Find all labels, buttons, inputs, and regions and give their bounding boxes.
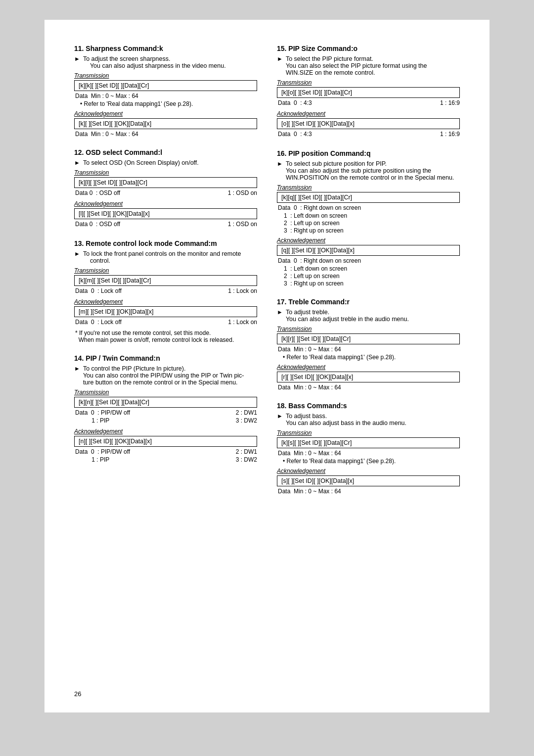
section-14-ack-data-row-2: 1 : PIP 3 : DW2 [74,456,257,464]
section-11-ack-code: [k][ ][Set ID][ ][OK][Data][x] [74,118,257,129]
section-14-ack-data-2a: 1 : PIP [74,456,109,463]
section-15-ack-label: Acknowledgement [277,110,460,117]
section-14-transmission-code: [k][n][ ][Set ID][ ][Data][Cr] [74,397,257,408]
section-12-trans-data-2: 1 : OSD on [227,189,257,196]
section-14-ack-data-1b: 2 : DW1 [235,448,257,455]
section-17-trans-note: • Refer to 'Real data mapping1' (See p.2… [277,354,460,361]
section-15-ack-code: [o][ ][Set ID][ ][OK][Data][x] [277,118,460,129]
section-11-title: 11. Sharpness Command:k [74,45,257,52]
section-12-bullet-1: ► To select OSD (On Screen Display) on/o… [74,159,257,166]
section-16: 16. PIP position Command:q ► To select s… [277,149,460,287]
section-13-note: * If you're not use the remote control, … [74,330,257,343]
section-17-ack-data-1: Data Min : 0 ~ Max : 64 [277,384,460,391]
section-17-trans-data-1: Data Min : 0 ~ Max : 64 [277,346,460,353]
section-12-trans-data-1: Data 0 : OSD off [74,189,120,196]
section-13-bullet-1: ► To lock the front panel controls on th… [74,250,257,264]
section-15-ack-data-row: Data 0 : 4:3 1 : 16:9 [277,131,460,139]
section-11-transmission-label: Transmission [74,72,257,79]
section-13-ack-data-2: 1 : Lock on [227,319,257,326]
right-column: 15. PIP Size Command:o ► To select the P… [277,45,460,506]
section-18-ack-label: Acknowledgement [277,468,460,474]
section-13-ack-data-row: Data 0 : Lock off 1 : Lock on [74,319,257,327]
section-17-ack-label: Acknowledgement [277,364,460,371]
section-15-transmission-label: Transmission [277,79,460,86]
section-15-bullet-text-1: To select the PIP picture format. You ca… [286,55,427,76]
section-15-ack-data-2: 1 : 16:9 [439,131,460,138]
section-16-title: 16. PIP position Command:q [277,149,460,157]
content-columns: 11. Sharpness Command:k ► To adjust the … [74,45,460,506]
section-16-bullet-1: ► To select sub picture position for PIP… [277,160,460,181]
section-14-ack-data-row-1: Data 0 : PIP/DW off 2 : DW1 [74,448,257,456]
section-14-ack-data-1a: Data 0 : PIP/DW off [74,448,130,455]
section-16-ack-code: [q][ ][Set ID][ ][OK][Data][x] [277,245,460,256]
section-16-ack-data-1: Data 0 : Right down on screen [277,257,460,264]
section-18-transmission-code: [k][s][ ][Set ID][ ][Data][Cr] [277,437,460,448]
section-11-ack-data-1: Data Min : 0 ~ Max : 64 [74,131,257,138]
section-13: 13. Remote control lock mode Command:m ►… [74,239,257,343]
section-13-transmission-code: [k][m][ ][Set ID][ ][Data][Cr] [74,275,257,286]
section-16-ack-data-4: 3 : Right up on screen [277,280,460,287]
section-12-transmission-code: [k][l][ ][Set ID][ ][Data][Cr] [74,177,257,188]
section-16-ack-data-2: 1 : Left down on screen [277,265,460,272]
section-13-ack-label: Acknowledgement [74,298,257,305]
section-12-ack-code: [l][ ][Set ID][ ][OK][Data][x] [74,208,257,219]
arrow-icon: ► [74,159,80,166]
section-15-bullet-1: ► To select the PIP picture format. You … [277,55,460,76]
section-14-trans-data-row-1: Data 0 : PIP/DW off 2 : DW1 [74,409,257,417]
section-18-ack-code: [s][ ][Set ID][ ][OK][Data][x] [277,475,460,486]
section-17-title: 17. Treble Command:r [277,298,460,306]
section-14-bullet-1: ► To control the PIP (Picture In picture… [74,365,257,386]
section-12-ack-data-1: Data 0 : OSD off [74,221,120,228]
arrow-icon: ► [277,160,283,167]
section-17-transmission-label: Transmission [277,326,460,332]
section-15-ack-data-1: Data 0 : 4:3 [277,131,312,138]
section-13-ack-data-1: Data 0 : Lock off [74,319,122,326]
section-11-bullet-1: ► To adjust the screen sharpness.You can… [74,55,257,69]
section-18-trans-data-1: Data Min : 0 ~ Max : 64 [277,450,460,457]
section-12-ack-label: Acknowledgement [74,200,257,207]
section-14-trans-data-2a: 1 : PIP [74,417,109,424]
section-11-bullet-text-1: To adjust the screen sharpness.You can a… [83,55,226,69]
section-14-trans-data-1a: Data 0 : PIP/DW off [74,409,130,416]
section-11-transmission-code: [k][k][ ][Set ID][ ][Data][Cr] [74,80,257,91]
arrow-icon: ► [74,365,80,372]
section-12-ack-data-2: 1 : OSD on [227,221,257,228]
section-16-trans-data-2: 1 : Left down on screen [277,212,460,219]
section-14-bullet-text-1: To control the PIP (Picture In picture).… [83,365,244,386]
section-16-trans-data-4: 3 : Right up on screen [277,227,460,234]
section-15-trans-data-2: 1 : 16:9 [439,99,460,106]
section-16-ack-data-3: 2 : Left up on screen [277,273,460,280]
left-column: 11. Sharpness Command:k ► To adjust the … [74,45,257,506]
section-13-transmission-label: Transmission [74,267,257,274]
section-13-ack-code: [m][ ][Set ID][ ][OK][Data][x] [74,306,257,317]
section-16-transmission-label: Transmission [277,184,460,191]
section-13-trans-data-row: Data 0 : Lock off 1 : Lock on [74,287,257,295]
section-16-bullet-text-1: To select sub picture position for PIP. … [286,160,454,181]
section-17-ack-code: [r][ ][Set ID][ ][OK][Data][x] [277,372,460,382]
section-11: 11. Sharpness Command:k ► To adjust the … [74,45,257,138]
section-17-bullet-1: ► To adjust treble. You can also adjust … [277,309,460,323]
section-12-title: 12. OSD select Command:l [74,148,257,156]
arrow-icon: ► [277,413,283,420]
section-14-trans-data-2b: 3 : DW2 [235,417,257,424]
section-14-trans-data-1b: 2 : DW1 [235,409,257,416]
section-14-title: 14. PIP / Twin Command:n [74,354,257,362]
section-17: 17. Treble Command:r ► To adjust treble.… [277,298,460,391]
section-13-trans-data-2: 1 : Lock on [227,287,257,294]
arrow-icon: ► [74,250,80,257]
arrow-icon: ► [74,55,80,62]
section-13-title: 13. Remote control lock mode Command:m [74,239,257,247]
section-18-transmission-label: Transmission [277,429,460,436]
section-15-trans-data-row: Data 0 : 4:3 1 : 16:9 [277,99,460,107]
arrow-icon: ► [277,309,283,316]
section-12-bullet-text-1: To select OSD (On Screen Display) on/off… [83,159,199,166]
section-14: 14. PIP / Twin Command:n ► To control th… [74,354,257,464]
section-16-ack-label: Acknowledgement [277,237,460,244]
section-18-bullet-text-1: To adjust bass. You can also adjust bass… [286,413,406,426]
section-18-ack-data-1: Data Min : 0 ~ Max : 64 [277,488,460,495]
section-17-bullet-text-1: To adjust treble. You can also adjust tr… [286,309,409,323]
section-11-ack-label: Acknowledgement [74,110,257,117]
section-12-ack-data-row: Data 0 : OSD off 1 : OSD on [74,221,257,229]
section-16-transmission-code: [k][q][ ][Set ID][ ][Data][Cr] [277,192,460,203]
section-11-trans-data-1: Data Min : 0 ~ Max : 64 [74,93,257,99]
